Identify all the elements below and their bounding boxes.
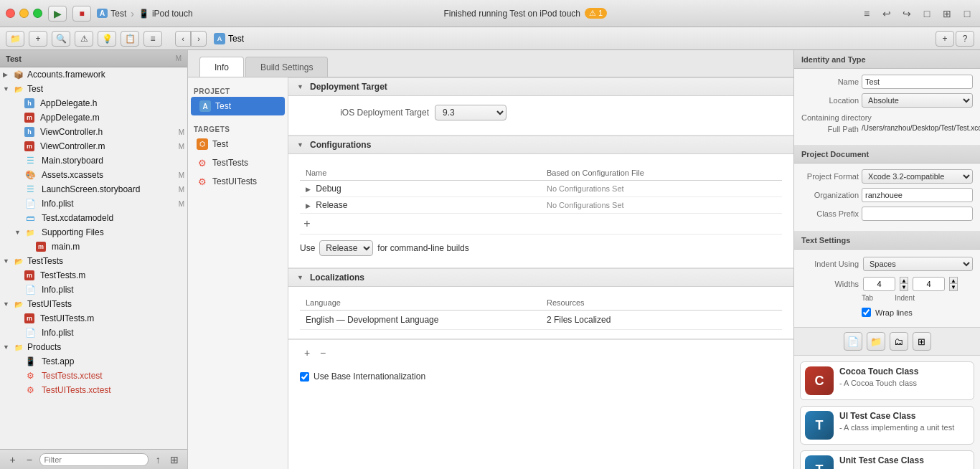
sidebar-item-products-folder[interactable]: ▼ 📁 Products <box>0 340 187 354</box>
indent-width-input[interactable] <box>913 277 945 291</box>
tab-stepper[interactable]: ▲ ▼ <box>900 277 908 291</box>
new-folder-button[interactable]: 📁 <box>867 332 885 351</box>
warning-button[interactable]: ⚠ <box>75 31 93 47</box>
filter-options-icon[interactable]: ⊞ <box>168 453 182 467</box>
new-target-button[interactable]: ⊞ <box>913 332 931 351</box>
project-format-select[interactable]: Xcode 3.2-compatible Xcode 6 and newer <box>862 169 973 184</box>
sidebar-item-testuitests-xctest[interactable]: ⚙ TestUITests.xctest <box>0 383 187 397</box>
sidebar-item-info-plist[interactable]: 📄 Info.plist M <box>0 196 187 211</box>
sidebar-item-main-m[interactable]: m main.m <box>0 240 187 254</box>
menu-icon[interactable]: ≡ <box>859 6 874 21</box>
filter-asc-icon[interactable]: ↑ <box>151 453 165 467</box>
tab-width-input[interactable] <box>863 277 895 291</box>
new-group-button[interactable]: 🗂 <box>890 332 908 351</box>
add-file-button[interactable]: + <box>6 453 19 467</box>
sidebar-item-test-folder[interactable]: ▼ 📂 Test <box>0 82 187 96</box>
template-card-cocoa-touch[interactable]: C Cocoa Touch Class - A Cocoa Touch clas… <box>800 361 974 400</box>
indent-using-select[interactable]: Spaces Tabs <box>863 257 973 271</box>
use-base-checkbox[interactable] <box>300 372 309 382</box>
indent-stepper[interactable]: ▲ ▼ <box>949 277 958 291</box>
sidebar-item-assets[interactable]: 🎨 Assets.xcassets M <box>0 168 187 182</box>
template-card-unit-test[interactable]: T Unit Test Case Class - A class impleme… <box>800 450 974 469</box>
ui-test-icon: T <box>805 411 834 440</box>
tab-label: Tab <box>862 294 873 302</box>
project-nav-item-testtests-target[interactable]: ⚙ TestTests <box>188 153 288 172</box>
add-locale-button[interactable]: + <box>300 346 314 360</box>
config-based-cell: No Configurations Set <box>541 197 782 214</box>
report-button[interactable]: 📋 <box>121 31 139 47</box>
wrap-lines-checkbox[interactable] <box>862 308 871 317</box>
main-layout: Test M ▶ 📦 Accounts.framework ▼ 📂 Test h… <box>0 50 980 469</box>
inspector-button[interactable]: ? <box>956 31 974 47</box>
right-toolbar-buttons: + ? <box>936 31 974 47</box>
deployment-target-section-header[interactable]: ▼ Deployment Target <box>288 77 793 96</box>
sidebar-item-testtests-xctest[interactable]: ⚙ TestTests.xctest <box>0 369 187 383</box>
project-nav-item-testuitests-target[interactable]: ⚙ TestUITests <box>188 172 288 191</box>
nav-group: ‹ › <box>175 31 207 47</box>
remove-file-button[interactable]: − <box>22 453 36 467</box>
sidebar-item-testuitests-folder[interactable]: ▼ 📂 TestUITests <box>0 297 187 311</box>
tab-info[interactable]: Info <box>199 57 244 77</box>
panel-split-icon[interactable]: ⊞ <box>940 6 954 21</box>
class-prefix-input[interactable] <box>862 207 973 221</box>
project-nav-item-test-project[interactable]: A Test <box>191 97 285 115</box>
ios-deployment-select[interactable]: 9.3 9.0 9.1 9.2 10.0 <box>435 105 507 120</box>
forward-icon[interactable]: ↪ <box>900 6 914 21</box>
sidebar-item-info-plist-2[interactable]: 📄 Info.plist <box>0 283 187 297</box>
sidebar-item-accounts-framework[interactable]: ▶ 📦 Accounts.framework <box>0 67 187 82</box>
sidebar-item-main-storyboard[interactable]: ☰ Main.storyboard <box>0 153 187 168</box>
sidebar-item-xcdatamodel[interactable]: 🗃 Test.xcdatamodeld <box>0 211 187 225</box>
resources-cell: 2 Files Localized <box>541 311 782 330</box>
template-card-ui-test[interactable]: T UI Test Case Class - A class implement… <box>800 406 974 445</box>
stop-button[interactable]: ■ <box>72 6 91 22</box>
xctest-icon: ⚙ <box>24 384 36 396</box>
folder-icon: 📁 <box>13 341 24 353</box>
sidebar-item-test-app[interactable]: 📱 Test.app <box>0 354 187 369</box>
sidebar-item-appdelegate-h[interactable]: h AppDelegate.h <box>0 96 187 110</box>
use-config-select[interactable]: Release Debug <box>319 240 373 256</box>
name-input[interactable] <box>862 75 973 89</box>
item-badge: M <box>179 186 184 194</box>
configurations-section-header[interactable]: ▼ Configurations <box>288 136 793 154</box>
app-name: Test <box>110 9 126 19</box>
breakpoint-button[interactable]: 💡 <box>98 31 116 47</box>
panel-left-icon[interactable]: □ <box>920 6 934 21</box>
sidebar-item-supporting-files[interactable]: ▼ 📁 Supporting Files <box>0 225 187 240</box>
new-file-button[interactable]: + <box>936 31 954 47</box>
nav-forward-button[interactable]: › <box>191 31 207 47</box>
sidebar-item-testuitests-m[interactable]: m TestUITests.m <box>0 311 187 326</box>
sidebar-item-testtests-folder[interactable]: ▼ 📂 TestTests <box>0 254 187 268</box>
table-row: ▶ Debug No Configurations Set <box>300 181 782 197</box>
add-config-button[interactable]: + <box>300 217 314 231</box>
run-button[interactable]: ▶ <box>48 6 67 22</box>
new-file-button-2[interactable]: 📄 <box>844 332 862 351</box>
close-button[interactable] <box>6 9 15 18</box>
tab-build-settings[interactable]: Build Settings <box>245 57 328 77</box>
sidebar-item-viewcontroller-h[interactable]: h ViewController.h M <box>0 125 187 139</box>
expand-arrow-icon[interactable]: ▶ <box>306 186 311 193</box>
folder-open-button[interactable]: 📁 <box>6 31 24 47</box>
project-nav-item-test-target[interactable]: ⬡ Test <box>188 135 288 153</box>
sidebar-item-appdelegate-m[interactable]: m AppDelegate.m <box>0 110 187 125</box>
back-icon[interactable]: ↩ <box>880 6 894 21</box>
sidebar-filter-input[interactable] <box>39 453 149 466</box>
panel-right-icon[interactable]: □ <box>960 6 974 21</box>
localizations-section-header[interactable]: ▼ Localizations <box>288 268 793 287</box>
remove-locale-button[interactable]: − <box>316 346 330 360</box>
maximize-button[interactable] <box>33 9 42 18</box>
sidebar-item-testtests-m[interactable]: m TestTests.m <box>0 268 187 283</box>
filter-button[interactable]: ≡ <box>143 31 162 47</box>
item-name: ViewController.h <box>40 127 179 137</box>
location-select[interactable]: Absolute Relative to Group <box>862 93 973 108</box>
organization-input[interactable] <box>862 188 973 202</box>
sidebar-item-info-plist-3[interactable]: 📄 Info.plist <box>0 326 187 340</box>
sidebar-item-viewcontroller-m[interactable]: m ViewController.m M <box>0 139 187 153</box>
nav-back-button[interactable]: ‹ <box>175 31 191 47</box>
add-files-button[interactable]: + <box>29 31 47 47</box>
h-file-icon: h <box>24 98 34 108</box>
sidebar-item-launchscreen[interactable]: ☰ LaunchScreen.storyboard M <box>0 182 187 196</box>
minimize-button[interactable] <box>19 9 29 18</box>
expand-arrow-icon[interactable]: ▶ <box>306 202 311 209</box>
search-button[interactable]: 🔍 <box>52 31 70 47</box>
item-name: Test.xcdatamodeld <box>42 213 187 223</box>
